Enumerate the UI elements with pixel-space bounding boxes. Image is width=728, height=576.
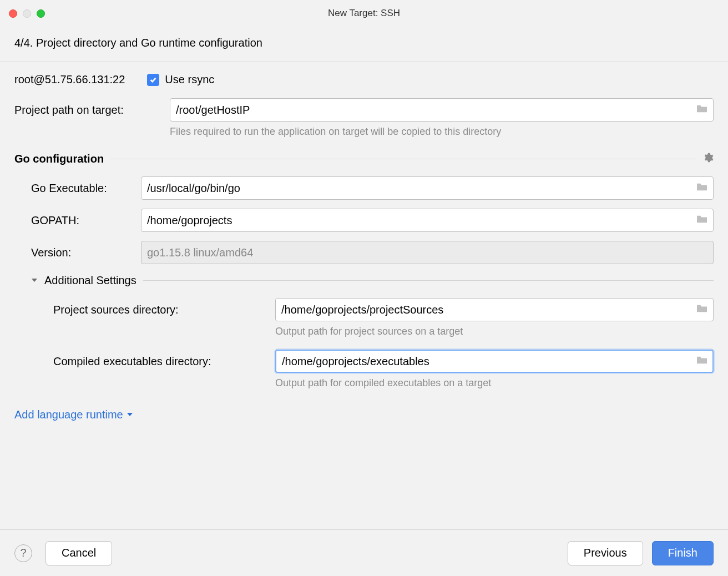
folder-icon[interactable] bbox=[696, 304, 708, 316]
executables-dir-row: Compiled executables directory: bbox=[14, 350, 714, 373]
additional-settings-header[interactable]: Additional Settings bbox=[31, 274, 714, 287]
project-path-input[interactable] bbox=[170, 98, 714, 122]
gear-icon[interactable] bbox=[702, 152, 714, 165]
go-executable-label: Go Executable: bbox=[14, 182, 141, 195]
version-display bbox=[141, 241, 714, 264]
use-rsync-checkbox[interactable] bbox=[147, 74, 159, 86]
version-label: Version: bbox=[14, 246, 141, 259]
titlebar: New Target: SSH bbox=[0, 0, 728, 27]
host-label: root@51.75.66.131:22 bbox=[14, 73, 125, 86]
folder-icon[interactable] bbox=[696, 214, 708, 226]
help-icon[interactable]: ? bbox=[14, 544, 32, 562]
add-language-runtime-link[interactable]: Add language runtime bbox=[14, 408, 714, 421]
chevron-down-icon bbox=[127, 411, 133, 418]
go-executable-input[interactable] bbox=[141, 176, 714, 200]
executables-dir-label: Compiled executables directory: bbox=[14, 355, 275, 368]
host-row: root@51.75.66.131:22 Use rsync bbox=[14, 73, 714, 86]
section-divider bbox=[143, 280, 714, 281]
gopath-label: GOPATH: bbox=[14, 214, 141, 227]
previous-button[interactable]: Previous bbox=[568, 541, 643, 565]
section-divider bbox=[110, 159, 696, 159]
sources-dir-label: Project sources directory: bbox=[14, 304, 275, 316]
version-row: Version: bbox=[14, 241, 714, 264]
minimize-window-icon bbox=[23, 9, 31, 18]
cancel-button[interactable]: Cancel bbox=[46, 541, 112, 565]
traffic-lights bbox=[9, 9, 45, 18]
gopath-row: GOPATH: bbox=[14, 209, 714, 232]
use-rsync-label: Use rsync bbox=[165, 73, 214, 86]
go-config-title: Go configuration bbox=[14, 153, 104, 165]
executables-dir-hint: Output path for compiled executables on … bbox=[275, 376, 714, 390]
go-executable-row: Go Executable: bbox=[14, 176, 714, 200]
folder-icon[interactable] bbox=[696, 104, 708, 116]
chevron-down-icon bbox=[31, 276, 38, 286]
maximize-window-icon[interactable] bbox=[37, 9, 45, 18]
content-area: root@51.75.66.131:22 Use rsync Project p… bbox=[0, 62, 728, 421]
step-header: 4/4. Project directory and Go runtime co… bbox=[0, 27, 728, 62]
folder-icon[interactable] bbox=[696, 182, 708, 194]
sources-dir-hint: Output path for project sources on a tar… bbox=[275, 325, 714, 338]
gopath-input[interactable] bbox=[141, 209, 714, 232]
finish-button[interactable]: Finish bbox=[652, 541, 714, 565]
folder-icon[interactable] bbox=[696, 355, 708, 367]
close-window-icon[interactable] bbox=[9, 9, 17, 18]
window-title: New Target: SSH bbox=[328, 8, 400, 19]
project-path-row: Project path on target: bbox=[14, 98, 714, 122]
sources-dir-input[interactable] bbox=[275, 298, 714, 321]
add-runtime-label: Add language runtime bbox=[14, 408, 123, 421]
executables-dir-input[interactable] bbox=[275, 350, 714, 373]
sources-dir-row: Project sources directory: bbox=[14, 298, 714, 321]
project-path-label: Project path on target: bbox=[14, 104, 170, 117]
go-config-section: Go configuration bbox=[14, 152, 714, 165]
additional-settings-title: Additional Settings bbox=[44, 274, 136, 287]
project-path-hint: Files required to run the application on… bbox=[170, 125, 525, 139]
rsync-option: Use rsync bbox=[147, 73, 214, 86]
footer: ? Cancel Previous Finish bbox=[0, 529, 728, 576]
